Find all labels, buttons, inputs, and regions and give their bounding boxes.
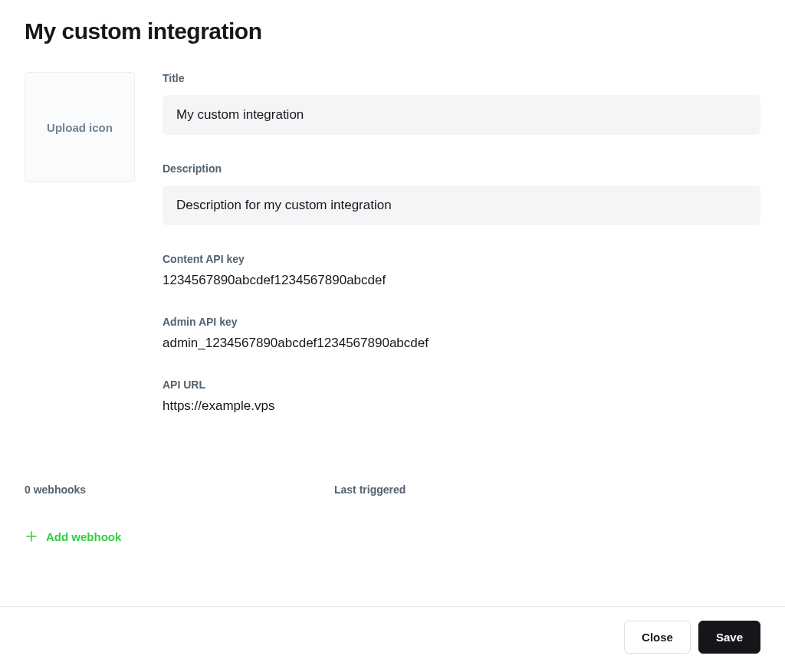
api-url-value[interactable]: https://example.vps [163, 397, 760, 415]
upload-icon-box[interactable]: Upload icon [25, 72, 135, 182]
add-webhook-button[interactable]: Add webhook [25, 529, 121, 543]
title-input[interactable] [163, 95, 760, 135]
title-label: Title [163, 72, 760, 84]
description-input[interactable] [163, 185, 760, 225]
admin-api-key-value[interactable]: admin_1234567890abcdef1234567890abcdef [163, 334, 760, 352]
plus-icon [25, 529, 38, 543]
upload-icon-label: Upload icon [47, 121, 113, 134]
save-button[interactable]: Save [698, 621, 760, 654]
close-button[interactable]: Close [624, 621, 691, 654]
webhooks-last-triggered-label: Last triggered [334, 484, 406, 496]
content-api-key-label: Content API key [163, 253, 760, 265]
footer: Close Save [0, 606, 785, 672]
page-title: My custom integration [25, 18, 760, 44]
content-api-key-value[interactable]: 1234567890abcdef1234567890abcdef [163, 271, 760, 290]
webhooks-count-label: 0 webhooks [25, 484, 334, 496]
description-label: Description [163, 162, 760, 175]
admin-api-key-label: Admin API key [163, 316, 760, 328]
add-webhook-label: Add webhook [46, 530, 121, 543]
api-url-label: API URL [163, 379, 760, 391]
